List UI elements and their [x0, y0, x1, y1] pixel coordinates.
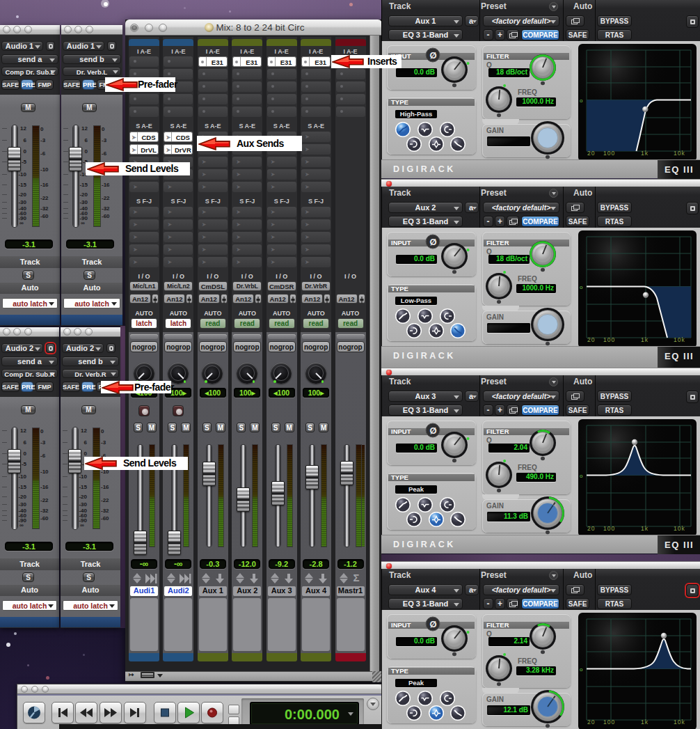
svg-text:20: 20 [587, 719, 595, 726]
svg-text:20: 20 [587, 336, 595, 343]
svg-text:100: 100 [603, 719, 615, 726]
svg-text:o: o [580, 666, 583, 673]
svg-text:Ø: Ø [430, 237, 437, 247]
svg-text:100: 100 [603, 525, 615, 532]
svg-text:100: 100 [603, 336, 615, 343]
svg-text:1k: 1k [641, 719, 649, 726]
svg-text:Ø: Ø [430, 619, 437, 629]
svg-text:o: o [580, 473, 583, 479]
svg-text:1k: 1k [641, 150, 649, 157]
svg-text:20: 20 [587, 150, 595, 157]
svg-text:20: 20 [587, 525, 595, 532]
svg-text:Ø: Ø [430, 425, 437, 436]
svg-text:1k: 1k [641, 336, 649, 343]
svg-text:100: 100 [603, 150, 615, 157]
svg-text:1k: 1k [641, 525, 649, 532]
svg-text:10k: 10k [674, 336, 685, 343]
svg-text:Ø: Ø [430, 50, 437, 61]
svg-text:o: o [580, 97, 583, 104]
svg-text:10k: 10k [674, 719, 685, 726]
svg-text:o: o [580, 284, 583, 290]
svg-text:10k: 10k [674, 150, 685, 157]
svg-text:10k: 10k [674, 525, 685, 532]
